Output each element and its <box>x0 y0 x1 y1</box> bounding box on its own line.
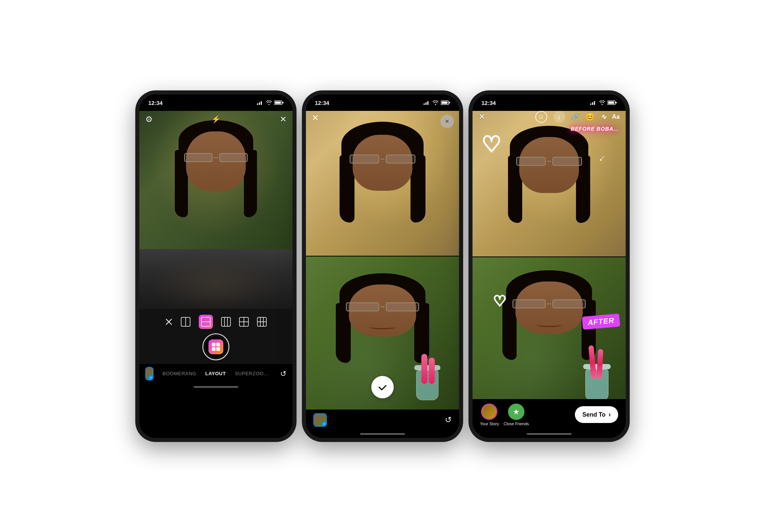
top-toolbar-3: ✕ ☺ ↓ 🔗 😊 ∿ Aa <box>473 111 626 123</box>
layout-capture-btn[interactable] <box>202 333 229 360</box>
send-to-arrow: › <box>608 411 611 419</box>
photo-bottom-1 <box>139 249 292 309</box>
send-bar: Your Story ★ Close Friends Send To › <box>473 399 626 430</box>
layout-icons-row <box>165 315 267 329</box>
text-btn[interactable]: Aa <box>612 113 620 120</box>
confirm-btn[interactable] <box>371 376 394 398</box>
svg-point-27 <box>435 104 436 105</box>
grid-2x1-icon <box>181 317 191 327</box>
svg-rect-36 <box>608 102 614 104</box>
svg-rect-30 <box>449 102 450 103</box>
status-bar-2: 12:34 <box>306 94 459 108</box>
mode-superzoom: SUPERZOO... <box>235 371 268 376</box>
draw-btn[interactable]: ∿ <box>601 113 606 121</box>
gallery-thumbnail[interactable] <box>145 367 154 380</box>
flip-camera-btn-2[interactable]: ↺ <box>445 415 452 425</box>
x-icon-top: ✕ <box>445 118 449 124</box>
layout-gradient-icon <box>208 339 223 354</box>
your-story-label: Your Story <box>480 421 499 426</box>
face-sticker-btn[interactable]: 😊 <box>585 112 595 121</box>
your-story-option[interactable]: Your Story <box>480 404 499 426</box>
grid-3x2-icon <box>257 317 267 327</box>
s-gl-r <box>552 157 582 166</box>
person-fig-2 <box>340 122 425 245</box>
download-btn[interactable]: ↓ <box>553 111 565 123</box>
svg-rect-33 <box>594 101 595 105</box>
layout-grid-3x1-btn[interactable] <box>221 317 231 327</box>
grid-2x2-icon <box>239 317 249 327</box>
camera-mode-bar: BOOMERANG LAYOUT SUPERZOO... ↺ <box>139 364 292 383</box>
gallery-image <box>146 368 153 380</box>
status-bar-1: 12:34 <box>139 94 292 108</box>
layout-grid-2x2-btn[interactable] <box>239 317 249 327</box>
photo-bottom-2 <box>306 256 459 410</box>
layout-divider <box>306 256 459 256</box>
flash-icon-1[interactable]: ⚡ <box>211 115 221 124</box>
svg-rect-4 <box>275 102 281 104</box>
battery-icon-3 <box>607 100 617 105</box>
grid-3x1-icon <box>221 317 231 327</box>
your-story-avatar <box>481 404 498 420</box>
svg-rect-24 <box>424 103 425 105</box>
delete-top-photo-btn[interactable]: ✕ <box>440 115 454 128</box>
battery-icon-2 <box>441 100 450 105</box>
hair-left-2 <box>340 155 354 223</box>
close-btn-3[interactable]: ✕ <box>478 112 485 122</box>
layout-grid-1x2-btn[interactable] <box>199 315 213 329</box>
gallery-thumbnail-2[interactable] <box>313 413 327 427</box>
signal-icon-3 <box>590 100 597 105</box>
close-overlay-1[interactable]: ✕ <box>280 115 287 124</box>
send-to-btn[interactable]: Send To › <box>575 406 618 423</box>
close-icon-2[interactable]: ✕ <box>312 113 319 122</box>
heart-sticker-top[interactable]: ♡ <box>481 133 502 156</box>
close-friends-option[interactable]: ★ Close Friends <box>504 404 529 426</box>
home-indicator-2 <box>306 430 459 438</box>
gl-br-boba <box>381 307 384 307</box>
time-1: 12:34 <box>148 100 162 106</box>
settings-overlay-1[interactable]: ⚙ <box>145 115 153 124</box>
story-photo-bottom: AFTER ♡ <box>473 257 626 399</box>
phone-2-screen: 12:34 <box>306 94 459 438</box>
s-face-top <box>519 137 579 193</box>
s-smile-b <box>536 323 563 327</box>
flip-camera-btn-1[interactable]: ↺ <box>280 369 287 378</box>
before-boba-sticker[interactable]: BEFORE BOBA... <box>571 126 619 132</box>
person-photo-2-top <box>306 111 459 256</box>
straw-2-2 <box>429 358 435 384</box>
layout-grid-2x1-btn[interactable] <box>181 317 191 327</box>
link-btn[interactable]: 🔗 <box>571 113 579 121</box>
svg-rect-10 <box>222 317 230 326</box>
svg-rect-5 <box>282 102 284 103</box>
svg-rect-0 <box>257 103 258 105</box>
s-glasses-top <box>516 156 582 167</box>
s-face-b <box>515 281 583 334</box>
gallery-img-2 <box>314 414 326 426</box>
svg-rect-22 <box>212 347 216 351</box>
glasses-2 <box>350 153 415 165</box>
svg-rect-37 <box>616 102 617 103</box>
phone-2-frame: 12:34 <box>302 91 463 442</box>
heart-sticker-bottom[interactable]: ♡ <box>493 292 507 309</box>
status-icons-2 <box>424 100 450 105</box>
settings-icon-1[interactable]: ⚙ <box>145 115 153 124</box>
close-btn-2[interactable]: ✕ <box>312 113 319 123</box>
layout-close-btn[interactable] <box>165 318 173 326</box>
time-2: 12:34 <box>315 100 329 106</box>
phone-3-screen: 12:34 <box>473 94 626 438</box>
add-emoji-btn[interactable]: ☺ <box>535 111 547 123</box>
svg-rect-23 <box>216 347 220 351</box>
screens-container: 12:34 <box>129 83 636 449</box>
person-boba-fig <box>336 273 429 393</box>
layout-grid-3x2-btn[interactable] <box>257 317 267 327</box>
mode-layout: LAYOUT <box>205 371 226 376</box>
heart-icon-bottom: ♡ <box>493 293 507 309</box>
svg-rect-1 <box>259 102 260 105</box>
close-icon-1[interactable]: ✕ <box>280 115 287 124</box>
svg-rect-26 <box>427 101 428 105</box>
photo-top-1: ⚙ ⚡ ✕ <box>139 111 292 249</box>
delete-top-icon[interactable]: ✕ <box>440 115 454 128</box>
glass-left-1 <box>184 153 213 162</box>
gl-right-2 <box>386 155 415 164</box>
flash-overlay-1[interactable]: ⚡ <box>211 115 221 124</box>
s-gl-l <box>516 157 546 166</box>
